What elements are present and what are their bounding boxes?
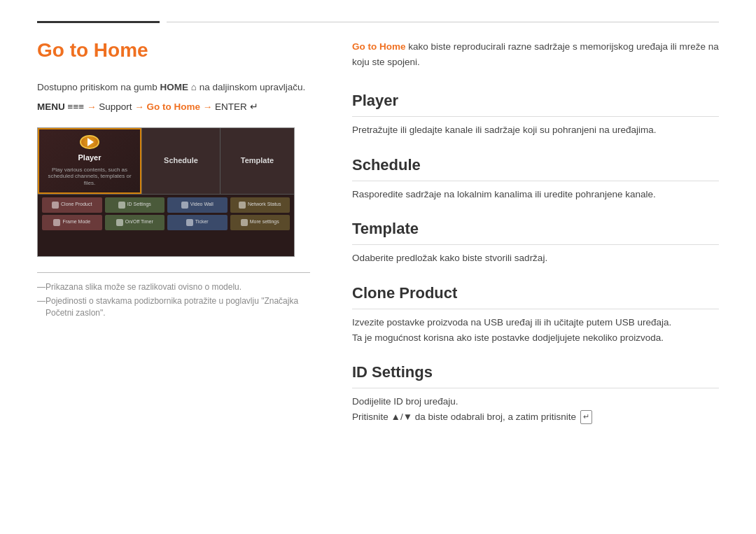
- tv-panel-template: Template: [220, 128, 294, 194]
- tv-icon-row-2: Frame Mode On/Off Timer Ticker More: [42, 215, 290, 230]
- menu-path: MENU ≡≡≡ → Support → Go to Home → ENTER …: [37, 100, 310, 114]
- section-title-schedule: Schedule: [352, 153, 719, 181]
- right-column: Go to Home kako biste reproducirali razn…: [352, 36, 719, 440]
- main-content: Go to Home Dostupno pritiskom na gumb HO…: [0, 36, 756, 440]
- section-player: Player Pretražujte ili gledajte kanale i…: [352, 89, 719, 138]
- section-body-clone-product: Izvezite postavke proizvoda na USB uređa…: [352, 315, 719, 345]
- section-schedule: Schedule Rasporedite sadržaje na lokalni…: [352, 153, 719, 202]
- tv-icon-more-settings: More settings: [230, 215, 290, 230]
- section-title-id-settings: ID Settings: [352, 360, 719, 388]
- top-lines: [0, 0, 756, 23]
- tv-icon-network-status: Network Status: [230, 197, 290, 213]
- section-body-id-settings-1: Dodijelite ID broj uređaju.: [352, 394, 719, 409]
- tv-panel-schedule: Schedule: [141, 128, 220, 194]
- left-column: Go to Home Dostupno pritiskom na gumb HO…: [37, 36, 310, 440]
- tv-play-icon: [80, 135, 99, 150]
- section-template: Template Odaberite predložak kako biste …: [352, 217, 719, 266]
- enter-icon: ↵: [580, 410, 592, 424]
- section-id-settings: ID Settings Dodijelite ID broj uređaju. …: [352, 360, 719, 424]
- page-title: Go to Home: [37, 36, 310, 65]
- tv-player-sublabel: Play various contents, such as scheduled…: [45, 167, 134, 187]
- section-clone-product: Clone Product Izvezite postavke proizvod…: [352, 281, 719, 345]
- tv-player-label: Player: [78, 152, 101, 164]
- top-line-light: [167, 22, 719, 22]
- section-body-schedule: Rasporedite sadržaje na lokalnim kanalim…: [352, 187, 719, 202]
- section-body-template: Odaberite predložak kako biste stvorili …: [352, 251, 719, 266]
- note-2: Pojedinosti o stavkama podizbornika potr…: [37, 295, 310, 319]
- tv-top-row: Player Play various contents, such as sc…: [38, 128, 294, 195]
- tv-icon-video-wall: Video Wall: [167, 197, 227, 213]
- page: Go to Home Dostupno pritiskom na gumb HO…: [0, 0, 756, 534]
- intro-text: Go to Home kako biste reproducirali razn…: [352, 36, 719, 69]
- tv-panel-player: Player Play various contents, such as sc…: [38, 128, 141, 194]
- section-title-player: Player: [352, 89, 719, 117]
- tv-icon-frame-mode: Frame Mode: [42, 215, 102, 230]
- section-body-id-settings-2: Pritisnite ▲/▼ da biste odabrali broj, a…: [352, 409, 719, 425]
- top-line-dark: [37, 21, 160, 23]
- tv-icon-ticker: Ticker: [167, 215, 227, 230]
- tv-template-label: Template: [241, 155, 274, 167]
- notes-section: Prikazana slika može se razlikovati ovis…: [37, 272, 310, 319]
- section-title-template: Template: [352, 217, 719, 245]
- tv-bottom-row: Clone Product ID Settings Video Wall: [38, 195, 294, 233]
- tv-icon-clone-product: Clone Product: [42, 197, 102, 213]
- section-body-player: Pretražujte ili gledajte kanale ili sadr…: [352, 122, 719, 138]
- tv-schedule-label: Schedule: [164, 155, 198, 167]
- tv-icon-id-settings: ID Settings: [105, 197, 165, 213]
- note-1: Prikazana slika može se razlikovati ovis…: [37, 281, 310, 293]
- tv-icon-onoff-timer: On/Off Timer: [105, 215, 165, 230]
- section-title-clone-product: Clone Product: [352, 281, 719, 309]
- tv-screenshot: Player Play various contents, such as sc…: [37, 127, 295, 257]
- description-text: Dostupno pritiskom na gumb HOME ⌂ na dal…: [37, 80, 310, 94]
- tv-icon-row-1: Clone Product ID Settings Video Wall: [42, 197, 290, 213]
- intro-link: Go to Home: [352, 41, 406, 52]
